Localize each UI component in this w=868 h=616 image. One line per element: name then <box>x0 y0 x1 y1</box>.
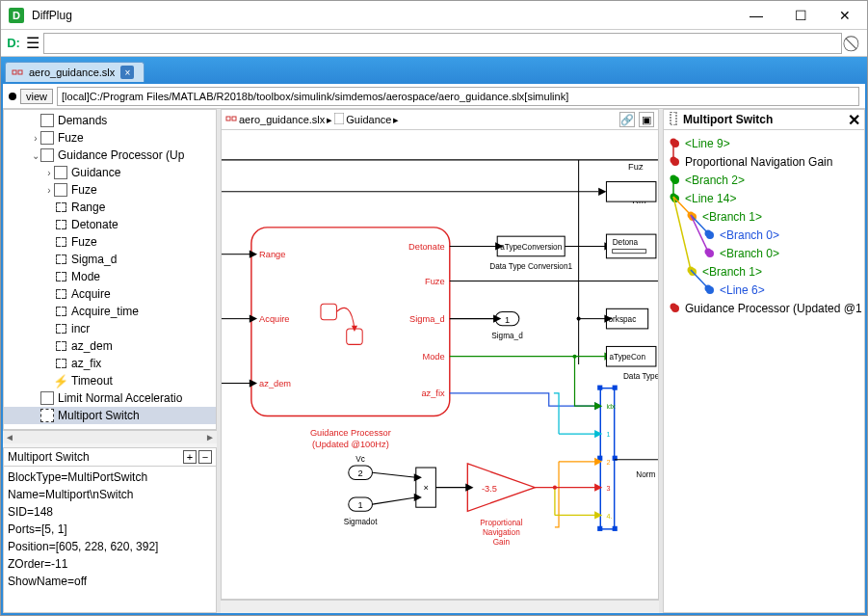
viewbar: view [local]C:/Program Files/MATLAB/R201… <box>3 84 865 109</box>
right-panel-title: Multiport Switch <box>683 113 773 126</box>
connection-row[interactable]: <Branch 1> <box>666 262 862 281</box>
expand-icon[interactable]: + <box>183 450 197 464</box>
port-icon <box>54 253 67 266</box>
tree-item-label: Limit Normal Acceleratio <box>58 391 182 405</box>
svg-text:Navigation: Navigation <box>483 528 520 537</box>
view-button[interactable]: view <box>20 89 53 104</box>
command-input[interactable] <box>43 33 842 54</box>
port-icon <box>54 287 67 301</box>
tree-item-label: Fuze <box>58 131 84 145</box>
property-line: Position=[605, 228, 620, 392] <box>8 538 212 555</box>
collapse-icon[interactable]: − <box>198 450 212 464</box>
chevron-icon: ▸ <box>327 114 332 126</box>
menu-icon[interactable]: ☰ <box>26 34 39 52</box>
toolbar: D: ☰ ⃠ <box>1 30 867 57</box>
simulink-icon <box>225 113 237 126</box>
port-icon <box>54 218 67 231</box>
diagram-canvas[interactable]: Fuz Rm Guidance Processor (Updated @100H… <box>221 130 659 600</box>
tree-item[interactable]: az_dem <box>4 337 216 355</box>
tree-item-label: Timeout <box>71 374 113 388</box>
tree-item-label: incr <box>71 322 90 335</box>
right-panel-body[interactable]: <Line 9>Proportional Navigation Gain<Bra… <box>663 130 865 613</box>
file-tab[interactable]: aero_guidance.slx × <box>5 62 145 82</box>
tree-scroll[interactable]: Demands›Fuze⌄Guidance Processor (Up›Guid… <box>3 109 217 430</box>
tree-item[interactable]: Range <box>4 199 216 216</box>
twisty-icon[interactable]: › <box>44 185 54 196</box>
tree-item[interactable]: incr <box>4 320 216 337</box>
tree-item[interactable]: az_fix <box>4 355 216 372</box>
close-button[interactable]: ✕ <box>823 1 867 30</box>
svg-text:1: 1 <box>606 430 610 439</box>
color-dot-icon <box>671 158 679 166</box>
connection-label: <Line 14> <box>685 192 736 205</box>
connection-row[interactable]: Guidance Processor (Updated @1 <box>666 299 862 317</box>
tree-item[interactable]: Acquire_time <box>4 303 216 320</box>
connection-row[interactable]: <Branch 0> <box>666 226 862 244</box>
svg-rect-1 <box>18 70 22 74</box>
color-dot-icon <box>671 195 679 202</box>
connection-row[interactable]: Proportional Navigation Gain <box>666 152 862 171</box>
tree-item[interactable]: Fuze <box>4 233 216 251</box>
close-icon[interactable]: ✕ <box>848 111 860 129</box>
svg-rect-80 <box>613 526 618 531</box>
fit-icon[interactable]: ▣ <box>639 112 654 127</box>
svg-text:aTypeCon: aTypeCon <box>610 353 646 362</box>
twisty-icon[interactable]: ⌄ <box>31 150 40 161</box>
twisty-icon[interactable]: › <box>31 133 40 144</box>
tree-item[interactable]: ⚡Timeout <box>4 372 216 389</box>
svg-marker-75 <box>465 484 473 492</box>
tree-item[interactable]: Demands <box>4 112 216 129</box>
tree-item[interactable]: Acquire <box>4 285 216 303</box>
crumb-root[interactable]: aero_guidance.slx <box>239 114 325 125</box>
svg-text:Gain: Gain <box>493 538 511 547</box>
color-dot-icon <box>689 213 697 221</box>
tree-item[interactable]: Multiport Switch <box>4 407 216 424</box>
port-icon <box>54 270 67 283</box>
props-title: Multiport Switch <box>8 450 90 464</box>
link-icon[interactable]: 🔗 <box>619 112 635 127</box>
main-area: Demands›Fuze⌄Guidance Processor (Up›Guid… <box>3 109 865 613</box>
svg-text:3: 3 <box>606 484 610 493</box>
tree-item[interactable]: ›Guidance <box>4 164 216 181</box>
svg-text:Acquire: Acquire <box>259 314 289 324</box>
stop-icon[interactable]: ⃠ <box>846 35 863 52</box>
tree-item[interactable]: ›Fuze <box>4 129 216 147</box>
tree-item[interactable]: ⌄Guidance Processor (Up <box>4 147 216 164</box>
tree-item[interactable]: Mode <box>4 268 216 285</box>
svg-text:Fuz: Fuz <box>628 162 644 172</box>
tree-item-label: Sigma_d <box>71 253 117 266</box>
tree-item-label: Fuze <box>71 183 97 197</box>
diagram-hscroll[interactable] <box>221 600 659 613</box>
crumb-seg[interactable]: Guidance <box>346 114 391 125</box>
maximize-button[interactable]: ☐ <box>778 1 823 30</box>
connection-row[interactable]: <Branch 2> <box>666 171 862 189</box>
tab-close-icon[interactable]: × <box>120 66 134 79</box>
minimize-button[interactable]: — <box>734 1 778 30</box>
connection-label: Proportional Navigation Gain <box>685 155 832 169</box>
port-icon <box>54 305 67 318</box>
connection-row[interactable]: <Line 6> <box>666 281 862 299</box>
twisty-icon[interactable]: › <box>44 168 54 178</box>
tree-item[interactable]: Sigma_d <box>4 251 216 268</box>
properties-panel[interactable]: BlockType=MultiPortSwitchName=Multiport\… <box>3 467 217 613</box>
tree-item[interactable]: ›Fuze <box>4 181 216 199</box>
svg-text:1: 1 <box>358 500 363 510</box>
props-header: Multiport Switch + − <box>3 447 217 467</box>
connection-label: <Branch 1> <box>702 210 762 224</box>
status-dot-icon <box>9 93 16 100</box>
tree-item[interactable]: Detonate <box>4 216 216 233</box>
connection-row[interactable]: <Line 9> <box>666 134 862 152</box>
tree-item-label: Guidance Processor (Up <box>58 148 184 162</box>
mps-icon <box>668 112 679 128</box>
svg-text:Proportional: Proportional <box>480 519 522 527</box>
connection-row[interactable]: <Branch 0> <box>666 244 862 262</box>
tree-item[interactable]: Limit Normal Acceleratio <box>4 389 216 407</box>
connection-row[interactable]: <Line 14> <box>666 189 862 207</box>
file-path[interactable]: [local]C:/Program Files/MATLAB/R2018b/to… <box>57 87 859 106</box>
tree-hscroll[interactable]: ◄► <box>3 430 217 443</box>
connection-row[interactable]: <Branch 1> <box>666 207 862 226</box>
tree-item-label: az_dem <box>71 339 113 353</box>
tab-label: aero_guidance.slx <box>29 67 115 78</box>
svg-marker-69 <box>467 464 535 511</box>
property-line: SID=148 <box>8 503 212 521</box>
